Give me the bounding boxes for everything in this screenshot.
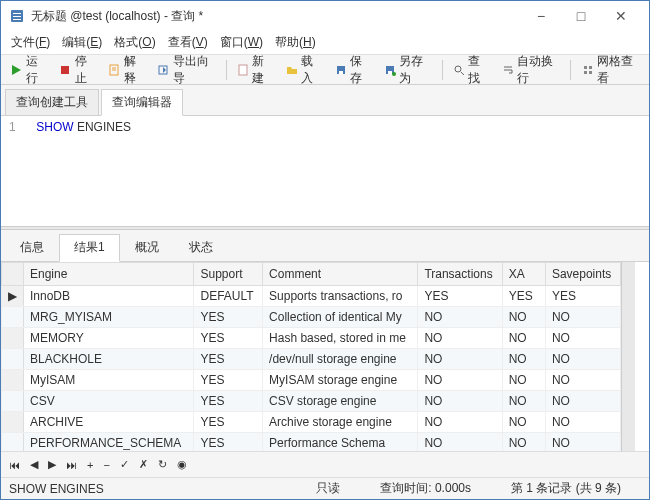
table-cell[interactable]: /dev/null storage engine: [263, 349, 418, 370]
nav-refresh-button[interactable]: ↻: [156, 458, 169, 471]
table-cell[interactable]: NO: [418, 349, 502, 370]
column-header[interactable]: Support: [194, 263, 263, 286]
table-row[interactable]: ARCHIVEYESArchive storage engineNONONO: [2, 412, 621, 433]
table-row[interactable]: CSVYESCSV storage engineNONONO: [2, 391, 621, 412]
nav-delete-button[interactable]: −: [101, 459, 111, 471]
table-cell[interactable]: MEMORY: [24, 328, 194, 349]
minimize-button[interactable]: −: [521, 1, 561, 31]
table-cell[interactable]: CSV: [24, 391, 194, 412]
table-row[interactable]: BLACKHOLEYES/dev/null storage engineNONO…: [2, 349, 621, 370]
table-cell[interactable]: NO: [545, 307, 620, 328]
statusbar: SHOW ENGINES 只读 查询时间: 0.000s 第 1 条记录 (共 …: [1, 477, 649, 499]
table-cell[interactable]: YES: [194, 307, 263, 328]
table-cell[interactable]: MyISAM: [24, 370, 194, 391]
table-cell[interactable]: NO: [545, 391, 620, 412]
row-pointer: [2, 370, 24, 391]
nav-stop-button[interactable]: ◉: [175, 458, 189, 471]
table-cell[interactable]: NO: [545, 433, 620, 452]
svg-rect-22: [584, 71, 587, 74]
table-cell[interactable]: NO: [418, 370, 502, 391]
table-cell[interactable]: PERFORMANCE_SCHEMA: [24, 433, 194, 452]
wrap-button[interactable]: 自动换行: [497, 50, 566, 90]
table-row[interactable]: MyISAMYESMyISAM storage engineNONONO: [2, 370, 621, 391]
table-cell[interactable]: YES: [545, 286, 620, 307]
table-row[interactable]: PERFORMANCE_SCHEMAYESPerformance SchemaN…: [2, 433, 621, 452]
table-row[interactable]: MRG_MYISAMYESCollection of identical MyN…: [2, 307, 621, 328]
table-cell[interactable]: NO: [545, 412, 620, 433]
table-cell[interactable]: YES: [194, 391, 263, 412]
table-cell[interactable]: YES: [194, 349, 263, 370]
tab-status[interactable]: 状态: [174, 234, 228, 261]
nav-apply-button[interactable]: ✓: [118, 458, 131, 471]
nav-next-button[interactable]: ▶: [46, 458, 58, 471]
find-button[interactable]: 查找: [448, 50, 495, 90]
nav-add-button[interactable]: +: [85, 459, 95, 471]
vertical-scrollbar[interactable]: [621, 262, 635, 451]
table-cell[interactable]: MRG_MYISAM: [24, 307, 194, 328]
table-cell[interactable]: NO: [418, 433, 502, 452]
nav-prev-button[interactable]: ◀: [28, 458, 40, 471]
save-button[interactable]: 保存: [330, 50, 377, 90]
tab-info[interactable]: 信息: [5, 234, 59, 261]
gridview-button[interactable]: 网格查看: [576, 50, 645, 90]
tab-query-builder[interactable]: 查询创建工具: [5, 89, 99, 115]
table-cell[interactable]: MyISAM storage engine: [263, 370, 418, 391]
table-cell[interactable]: DEFAULT: [194, 286, 263, 307]
table-cell[interactable]: NO: [502, 307, 545, 328]
svg-marker-12: [287, 67, 297, 74]
column-header[interactable]: Transactions: [418, 263, 502, 286]
tab-query-editor[interactable]: 查询编辑器: [101, 89, 183, 116]
table-cell[interactable]: NO: [502, 433, 545, 452]
saveas-button[interactable]: 另存为: [379, 50, 437, 90]
table-cell[interactable]: CSV storage engine: [263, 391, 418, 412]
table-cell[interactable]: Supports transactions, ro: [263, 286, 418, 307]
table-cell[interactable]: ARCHIVE: [24, 412, 194, 433]
nav-first-button[interactable]: ⏮: [7, 459, 22, 471]
export-wizard-button[interactable]: 导出向导: [152, 50, 221, 90]
table-cell[interactable]: NO: [545, 370, 620, 391]
table-cell[interactable]: NO: [502, 370, 545, 391]
explain-button[interactable]: 解释: [103, 50, 150, 90]
tab-result1[interactable]: 结果1: [59, 234, 120, 262]
table-cell[interactable]: NO: [502, 328, 545, 349]
table-cell[interactable]: NO: [502, 391, 545, 412]
column-header[interactable]: Engine: [24, 263, 194, 286]
stop-button[interactable]: 停止: [54, 50, 101, 90]
new-button[interactable]: 新建: [232, 50, 279, 90]
table-cell[interactable]: YES: [194, 328, 263, 349]
table-cell[interactable]: YES: [194, 370, 263, 391]
table-cell[interactable]: NO: [418, 391, 502, 412]
run-button[interactable]: 运行: [5, 50, 52, 90]
sql-editor[interactable]: 1 SHOW ENGINES: [1, 116, 649, 226]
table-row[interactable]: MEMORYYESHash based, stored in meNONONO: [2, 328, 621, 349]
table-cell[interactable]: Performance Schema: [263, 433, 418, 452]
maximize-button[interactable]: □: [561, 1, 601, 31]
table-cell[interactable]: YES: [194, 433, 263, 452]
table-cell[interactable]: NO: [502, 349, 545, 370]
load-button[interactable]: 载入: [281, 50, 328, 90]
table-cell[interactable]: YES: [502, 286, 545, 307]
close-button[interactable]: ✕: [601, 1, 641, 31]
result-table[interactable]: EngineSupportCommentTransactionsXASavepo…: [1, 262, 621, 451]
table-cell[interactable]: Archive storage engine: [263, 412, 418, 433]
table-cell[interactable]: NO: [418, 328, 502, 349]
nav-last-button[interactable]: ⏭: [64, 459, 79, 471]
table-cell[interactable]: YES: [194, 412, 263, 433]
table-cell[interactable]: Hash based, stored in me: [263, 328, 418, 349]
nav-cancel-button[interactable]: ✗: [137, 458, 150, 471]
column-header[interactable]: Comment: [263, 263, 418, 286]
column-header[interactable]: XA: [502, 263, 545, 286]
table-cell[interactable]: NO: [545, 328, 620, 349]
tab-profile[interactable]: 概况: [120, 234, 174, 261]
column-header[interactable]: Savepoints: [545, 263, 620, 286]
table-cell[interactable]: NO: [502, 412, 545, 433]
table-cell[interactable]: InnoDB: [24, 286, 194, 307]
table-cell[interactable]: Collection of identical My: [263, 307, 418, 328]
play-icon: [10, 63, 23, 77]
table-cell[interactable]: NO: [418, 307, 502, 328]
table-cell[interactable]: BLACKHOLE: [24, 349, 194, 370]
table-row[interactable]: ▶InnoDBDEFAULTSupports transactions, roY…: [2, 286, 621, 307]
table-cell[interactable]: NO: [545, 349, 620, 370]
table-cell[interactable]: YES: [418, 286, 502, 307]
table-cell[interactable]: NO: [418, 412, 502, 433]
